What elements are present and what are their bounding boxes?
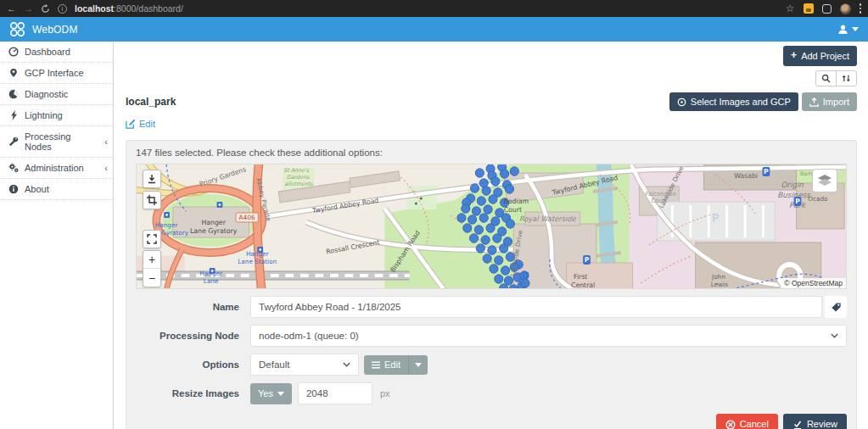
zoom-out-button[interactable]: − xyxy=(143,269,160,287)
review-button[interactable]: Review xyxy=(783,414,847,429)
map-label: Central xyxy=(571,281,595,289)
map-label: Lane xyxy=(204,277,219,285)
zoom-in-button[interactable]: + xyxy=(143,251,160,269)
sidebar-item-about[interactable]: About xyxy=(0,179,113,200)
map-crop-button[interactable] xyxy=(143,191,161,209)
sidebar-item-lightning[interactable]: Lightning xyxy=(0,105,113,126)
list-icon xyxy=(372,361,380,369)
map-label: Lane Station xyxy=(238,258,277,265)
image-gps-marker xyxy=(493,234,501,242)
map-label: Wasabi xyxy=(734,172,758,180)
pie-chart-icon xyxy=(8,89,19,99)
sidebar: Dashboard GCP Interface Diagnostic Light… xyxy=(0,42,114,429)
resize-images-label: Resize Images xyxy=(136,388,239,398)
extension-icon[interactable] xyxy=(804,3,814,14)
address-bar[interactable]: localhost:8000/dashboard/ xyxy=(75,3,183,14)
cancel-button[interactable]: Cancel xyxy=(716,414,778,429)
extensions-menu-icon[interactable] xyxy=(822,4,832,14)
user-icon xyxy=(837,24,848,35)
options-preset-select[interactable]: Default xyxy=(250,354,359,376)
sidebar-item-label: Processing Nodes xyxy=(25,131,98,152)
image-gps-marker xyxy=(469,234,478,242)
image-gps-marker xyxy=(470,184,479,192)
edit-project-link[interactable]: Edit xyxy=(126,119,155,129)
add-tags-button[interactable] xyxy=(825,296,847,318)
osm-attribution[interactable]: © OpenStreetMap xyxy=(781,278,846,288)
upload-icon xyxy=(809,98,819,107)
search-projects-button[interactable] xyxy=(815,70,837,86)
svg-text:A406: A406 xyxy=(239,214,255,222)
edit-pencil-icon xyxy=(126,119,136,129)
sort-projects-button[interactable] xyxy=(836,70,857,86)
resize-size-input[interactable] xyxy=(298,382,372,404)
map-label: Origin xyxy=(781,181,804,189)
svg-text:P: P xyxy=(764,169,769,176)
image-gps-marker xyxy=(501,170,509,178)
image-gps-marker xyxy=(468,215,477,224)
browser-menu-icon[interactable] xyxy=(860,3,862,14)
wrench-icon xyxy=(8,136,19,147)
sidebar-item-label: Lightning xyxy=(25,110,63,120)
svg-text:P: P xyxy=(585,257,590,265)
edit-options-button[interactable]: Edit xyxy=(364,355,408,375)
sidebar-item-dashboard[interactable]: Dashboard xyxy=(0,42,113,63)
select-images-gcp-button[interactable]: Select Images and GCP xyxy=(669,92,798,112)
sidebar-item-gcp-interface[interactable]: GCP Interface xyxy=(0,63,113,84)
add-project-button[interactable]: + Add Project xyxy=(783,46,857,66)
processing-node-select[interactable]: node-odm-1 (queue: 0) xyxy=(250,325,847,347)
image-gps-marker xyxy=(479,214,488,222)
chevron-left-icon: ‹ xyxy=(104,164,108,173)
image-gps-marker xyxy=(484,205,492,214)
map-label: Court xyxy=(651,198,667,204)
image-gps-marker xyxy=(488,246,496,254)
layers-icon xyxy=(817,174,832,187)
app-header: WebODM xyxy=(0,17,868,42)
project-title: local_park xyxy=(126,96,176,108)
processing-node-label: Processing Node xyxy=(136,331,239,341)
page-info-icon[interactable]: i xyxy=(58,4,67,14)
user-menu[interactable] xyxy=(837,24,859,35)
sort-icon xyxy=(842,74,851,83)
app-title: WebODM xyxy=(32,24,78,36)
map-label: Hanger xyxy=(155,221,179,229)
browser-forward-icon[interactable]: → xyxy=(24,4,33,14)
image-gps-marker xyxy=(462,204,470,213)
sidebar-item-diagnostic[interactable]: Diagnostic xyxy=(0,84,113,105)
download-icon xyxy=(147,174,157,184)
task-name-input[interactable] xyxy=(250,296,822,318)
image-gps-marker xyxy=(481,236,490,244)
map-label: Hanger xyxy=(246,250,270,258)
image-gps-marker xyxy=(505,185,513,193)
map-label: Bodiam xyxy=(503,198,529,205)
tag-icon xyxy=(831,302,842,313)
browser-profile-avatar[interactable] xyxy=(840,3,851,14)
svg-text:P: P xyxy=(795,198,800,206)
task-area-map[interactable]: A406 Priory GardensAbbey ParadeTwyford A… xyxy=(136,164,847,289)
map-download-button[interactable] xyxy=(143,170,161,188)
edit-options-dropdown-toggle[interactable] xyxy=(408,355,428,375)
image-gps-marker xyxy=(472,207,480,215)
expand-icon xyxy=(147,234,157,244)
files-selected-message: 147 files selected. Please check these a… xyxy=(136,148,847,158)
caret-down-icon xyxy=(852,27,859,31)
sidebar-item-administration[interactable]: Administration ‹ xyxy=(0,158,113,179)
map-layers-button[interactable] xyxy=(812,169,837,192)
image-gps-marker xyxy=(476,244,484,253)
lightning-bolt-icon xyxy=(8,110,19,120)
browser-reload-icon[interactable] xyxy=(41,4,50,14)
resize-toggle-dropdown[interactable]: Yes xyxy=(250,383,292,404)
image-gps-marker xyxy=(500,284,508,289)
sidebar-item-label: Diagnostic xyxy=(25,89,68,99)
openstreetmap-canvas: A406 Priory GardensAbbey ParadeTwyford A… xyxy=(137,164,846,289)
bookmark-star-icon[interactable]: ☆ xyxy=(786,3,795,14)
map-fullscreen-button[interactable] xyxy=(143,230,161,248)
image-gps-marker xyxy=(482,187,490,195)
import-button[interactable]: Import xyxy=(802,92,857,112)
caret-down-icon xyxy=(415,363,422,367)
map-label: Royal Waterside xyxy=(519,214,577,223)
image-gps-marker xyxy=(521,279,529,287)
sidebar-item-processing-nodes[interactable]: Processing Nodes ‹ xyxy=(0,126,113,158)
sidebar-item-label: About xyxy=(25,184,49,194)
browser-back-icon[interactable]: ← xyxy=(7,4,16,14)
image-gps-marker xyxy=(463,224,472,232)
